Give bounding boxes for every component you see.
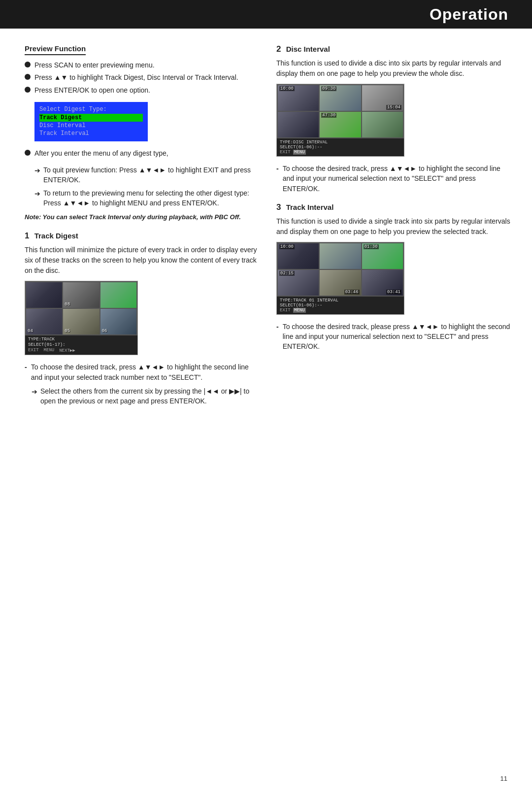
ti-time-4: 02:15: [279, 271, 295, 276]
ti-cell-6: 03:41: [362, 270, 403, 296]
bullet-dot-3: [25, 87, 31, 93]
disc-exit-btn: EXIT: [280, 150, 291, 155]
disc-menu-row: EXIT MENU: [280, 150, 401, 155]
ti-cell-3: 01:30: [362, 243, 403, 269]
track-cell-6: 06: [100, 309, 136, 334]
disc-time-tl-1: 10:00: [279, 86, 295, 91]
track-digest-body: This function will minimize the picture …: [25, 245, 261, 276]
track-arrow-sym: ➔: [32, 387, 37, 397]
disc-interval-body: This function is used to divide a disc i…: [276, 58, 512, 79]
ti-cell-1: 10:00: [278, 243, 319, 269]
ti-cell-5: 03:46: [320, 270, 361, 296]
track-interval-screenshot: 10:00 01:30 02:15: [276, 242, 404, 315]
track-menu-row: EXIT MENU NEXT▶▶: [28, 348, 134, 353]
disc-cell-4: [278, 112, 319, 137]
preview-function-title: Preview Function: [25, 44, 86, 55]
arrow-sym-2: ➔: [34, 189, 40, 199]
disc-cell-3: 15:04: [362, 85, 403, 111]
bullet-item-2: Press ▲▼ to highlight Track Digest, Disc…: [25, 72, 261, 82]
ti-dash-1: - To choose the desired track, please pr…: [276, 322, 512, 352]
after-menu-bullets: After you enter the menu of any digest t…: [25, 148, 261, 158]
arrow-item-2: ➔ To return to the previewing menu for s…: [34, 188, 261, 208]
menu-item-disc-interval: Disc Interval: [39, 122, 143, 130]
disc-interval-title: 2 Disc Interval: [276, 44, 512, 54]
track-cell-2-label: 08: [65, 302, 70, 307]
arrow-item-1: ➔ To quit preview function: Press ▲▼◄► t…: [34, 165, 261, 185]
ti-time-3: 01:30: [364, 244, 379, 249]
track-interval-title: 3 Track Interval: [276, 202, 512, 212]
disc-screenshot: 10:00 09:30 15:04: [276, 84, 404, 157]
preview-bullets: Press SCAN to enter previewing menu. Pre…: [25, 60, 261, 95]
track-cell-2: 08: [63, 282, 99, 308]
menu-item-track-digest: Track Digest: [39, 114, 143, 122]
disc-dash-sym-1: -: [276, 164, 279, 173]
disc-status-row-2: SELECT(01-06):--: [280, 145, 401, 150]
page-number: 11: [500, 775, 507, 782]
track-interval-body: This function is used to divide a single…: [276, 216, 512, 237]
disc-dash-1: - To choose the desired track, press ▲▼◄…: [276, 164, 512, 194]
bullet-dot-1: [25, 62, 31, 67]
track-cell-3: [100, 282, 136, 308]
note-text: Note: You can select Track Interval only…: [25, 213, 261, 222]
track-cell-5-label: 05: [65, 329, 70, 333]
track-interval-section: 3 Track Interval This function is used t…: [276, 202, 512, 352]
bullet-dot-2: [25, 74, 31, 80]
disc-time-tl-2: 09:30: [321, 86, 336, 91]
track-interval-number: 3: [276, 202, 281, 212]
disc-menu-btn: MENU: [293, 150, 306, 155]
preview-function-section: Preview Function Press SCAN to enter pre…: [25, 44, 261, 222]
track-cell-4-label: 04: [28, 329, 33, 333]
track-cell-5: 05: [63, 309, 99, 334]
disc-time-tl-5: 47:30: [321, 113, 336, 118]
track-digest-title: 1 Track Digest: [25, 231, 261, 241]
disc-interval-number: 2: [276, 44, 281, 54]
right-column: 2 Disc Interval This function is used to…: [276, 44, 512, 415]
menu-screenshot: Select Digest Type: Track Digest Disc In…: [34, 102, 148, 141]
arrow-sym-1: ➔: [34, 166, 40, 175]
ti-status-row-2: SELECT(01-06):--: [280, 303, 401, 308]
track-digest-number: 1: [25, 231, 29, 240]
disc-cell-5: 47:30: [320, 112, 361, 137]
track-exit-btn: EXIT: [28, 348, 39, 353]
track-dash-1: - To choose the desired track, press ▲▼◄…: [25, 362, 261, 382]
track-cell-1: [26, 282, 62, 308]
track-cell-6-label: 06: [102, 329, 107, 333]
disc-time-3: 15:04: [386, 105, 401, 110]
page-header: Operation: [0, 0, 532, 29]
left-column: Preview Function Press SCAN to enter pre…: [25, 44, 261, 415]
disc-status-row-1: TYPE:DISC INTERVAL: [280, 140, 401, 145]
ti-cell-2: [320, 243, 361, 269]
track-status-row-2: SELECT(01-17):: [28, 342, 134, 347]
ti-menu-row: EXIT MENU: [280, 308, 401, 313]
disc-cell-6: [362, 112, 403, 137]
menu-header-label: Select Digest Type:: [39, 106, 143, 113]
ti-menu-btn: MENU: [293, 308, 306, 313]
after-menu-bullet: After you enter the menu of any digest t…: [25, 148, 261, 158]
track-dash-sym-1: -: [25, 362, 27, 372]
track-statusbar: TYPE:TRACK SELECT(01-17): EXIT MENU NEXT…: [25, 335, 137, 355]
ti-time-5: 03:46: [344, 290, 360, 295]
track-digest-screenshot: 08 04 05 06: [25, 281, 138, 355]
track-grid: 08 04 05 06: [25, 281, 137, 335]
track-menu-btn: MENU: [44, 348, 55, 353]
content-area: Preview Function Press SCAN to enter pre…: [0, 29, 532, 434]
page-title: Operation: [430, 5, 508, 24]
bullet-item-3: Press ENTER/OK to open one option.: [25, 85, 261, 95]
track-dash-2: ➔ Select the others from the current six…: [32, 386, 261, 406]
disc-grid: 10:00 09:30 15:04: [277, 84, 404, 138]
ti-dash-sym-1: -: [276, 322, 279, 332]
track-interval-statusbar: TYPE:TRACK 01 INTERVAL SELECT(01-06):-- …: [277, 297, 404, 314]
menu-item-track-interval: Track Interval: [39, 130, 143, 137]
track-interval-grid: 10:00 01:30 02:15: [277, 242, 404, 297]
disc-interval-section: 2 Disc Interval This function is used to…: [276, 44, 512, 194]
disc-statusbar: TYPE:DISC INTERVAL SELECT(01-06):-- EXIT…: [277, 138, 404, 156]
track-status-row-1: TYPE:TRACK: [28, 337, 134, 342]
ti-status-row-1: TYPE:TRACK 01 INTERVAL: [280, 298, 401, 303]
track-next-btn: NEXT▶▶: [59, 348, 75, 353]
disc-cell-2: 09:30: [320, 85, 361, 111]
ti-exit-btn: EXIT: [280, 308, 291, 313]
disc-cell-1: 10:00: [278, 85, 319, 111]
track-digest-section: 1 Track Digest This function will minimi…: [25, 231, 261, 406]
bullet-dot-after: [25, 150, 31, 156]
ti-time-6: 03:41: [386, 290, 401, 295]
